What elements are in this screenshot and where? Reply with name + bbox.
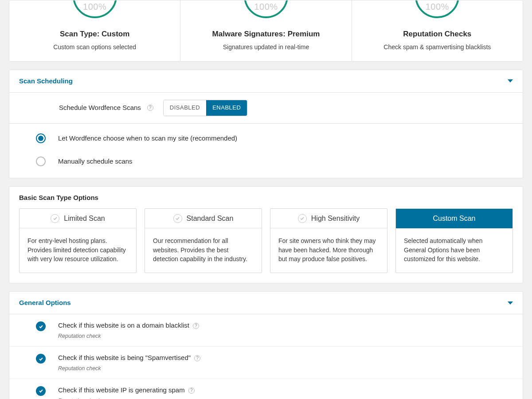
radio-label: Manually schedule scans	[58, 156, 133, 166]
help-icon[interactable]: ?	[193, 323, 199, 329]
radio-row-auto[interactable]: Let Wordfence choose when to scan my sit…	[9, 124, 523, 153]
scan-card-title: Standard Scan	[187, 213, 234, 223]
option-subtitle: Reputation check	[58, 332, 199, 340]
schedule-toggle-row: Schedule Wordfence Scans ? DISABLED ENAB…	[9, 93, 523, 124]
progress-percent: 100%	[426, 0, 449, 13]
basic-scan-panel: Basic Scan Type Options Limited Scan For…	[9, 186, 523, 284]
option-title: Check if this website is being "Spamvert…	[58, 353, 200, 363]
status-subtitle: Custom scan options selected	[16, 43, 173, 51]
scan-card-standard[interactable]: Standard Scan Our recommendation for all…	[145, 208, 262, 273]
general-options-panel: General Options Check if this website is…	[9, 291, 523, 399]
caret-down-icon	[508, 79, 513, 82]
radio-icon[interactable]	[36, 133, 46, 143]
option-subtitle: Reputation check	[58, 364, 200, 372]
toggle-disabled[interactable]: DISABLED	[164, 100, 206, 116]
help-icon[interactable]: ?	[188, 387, 195, 394]
general-options-header[interactable]: General Options	[9, 292, 523, 314]
progress-percent: 100%	[254, 0, 278, 13]
status-card-scan-type: 100% Scan Type: Custom Custom scan optio…	[9, 0, 180, 61]
status-row: 100% Scan Type: Custom Custom scan optio…	[9, 0, 523, 62]
progress-percent: 100%	[83, 0, 106, 13]
scan-card-limited[interactable]: Limited Scan For entry-level hosting pla…	[19, 208, 137, 273]
scan-card-title: Custom Scan	[433, 213, 475, 223]
check-circle-icon	[173, 214, 182, 223]
option-row-domain-blacklist[interactable]: Check if this website is on a domain bla…	[9, 314, 523, 347]
progress-ring-icon: 100%	[73, 0, 117, 18]
scan-card-body: Selected automatically when General Opti…	[396, 228, 512, 273]
scan-type-cards: Limited Scan For entry-level hosting pla…	[9, 208, 523, 283]
option-title: Check if this website IP is generating s…	[58, 385, 195, 395]
section-title: General Options	[19, 298, 71, 308]
check-circle-icon	[51, 214, 59, 223]
status-subtitle: Signatures updated in real-time	[188, 43, 344, 51]
checkbox-checked-icon[interactable]	[36, 321, 46, 331]
option-title: Check if this website is on a domain bla…	[58, 321, 199, 330]
status-card-signatures: 100% Malware Signatures: Premium Signatu…	[180, 0, 351, 61]
check-circle-icon	[298, 214, 307, 223]
toggle-enabled[interactable]: ENABLED	[206, 100, 247, 116]
radio-icon[interactable]	[36, 156, 46, 166]
status-subtitle: Check spam & spamvertising blacklists	[359, 43, 516, 51]
help-icon[interactable]: ?	[147, 105, 153, 111]
status-title: Scan Type: Custom	[16, 29, 173, 40]
option-subtitle: Reputation check	[58, 397, 195, 399]
scan-scheduling-panel: Scan Scheduling Schedule Wordfence Scans…	[9, 70, 523, 178]
scan-card-body: For site owners who think they may have …	[270, 228, 387, 273]
scan-card-custom[interactable]: Custom Scan Selected automatically when …	[395, 208, 513, 273]
scan-card-body: For entry-level hosting plans. Provides …	[20, 228, 136, 273]
checkbox-checked-icon[interactable]	[36, 354, 46, 364]
status-title: Reputation Checks	[359, 29, 516, 40]
caret-down-icon	[508, 301, 513, 305]
help-icon[interactable]: ?	[194, 355, 200, 361]
section-title: Scan Scheduling	[19, 76, 73, 86]
radio-row-manual[interactable]: Manually schedule scans	[9, 153, 523, 178]
status-card-reputation: 100% Reputation Checks Check spam & spam…	[352, 0, 523, 61]
scan-card-body: Our recommendation for all websites. Pro…	[145, 228, 262, 273]
scan-scheduling-header[interactable]: Scan Scheduling	[9, 70, 523, 93]
progress-ring-icon: 100%	[415, 0, 459, 18]
checkbox-checked-icon[interactable]	[36, 386, 46, 396]
section-title: Basic Scan Type Options	[9, 187, 523, 209]
option-row-spamvertised[interactable]: Check if this website is being "Spamvert…	[9, 347, 523, 379]
schedule-label: Schedule Wordfence Scans	[59, 103, 141, 113]
schedule-toggle: DISABLED ENABLED	[163, 100, 248, 116]
scan-card-title: Limited Scan	[64, 213, 105, 223]
radio-label: Let Wordfence choose when to scan my sit…	[58, 133, 237, 143]
option-row-ip-spam[interactable]: Check if this website IP is generating s…	[9, 379, 523, 399]
progress-ring-icon: 100%	[244, 0, 288, 18]
status-title: Malware Signatures: Premium	[188, 29, 344, 40]
scan-card-high-sensitivity[interactable]: High Sensitivity For site owners who thi…	[270, 208, 387, 273]
scan-card-title: High Sensitivity	[311, 213, 360, 223]
